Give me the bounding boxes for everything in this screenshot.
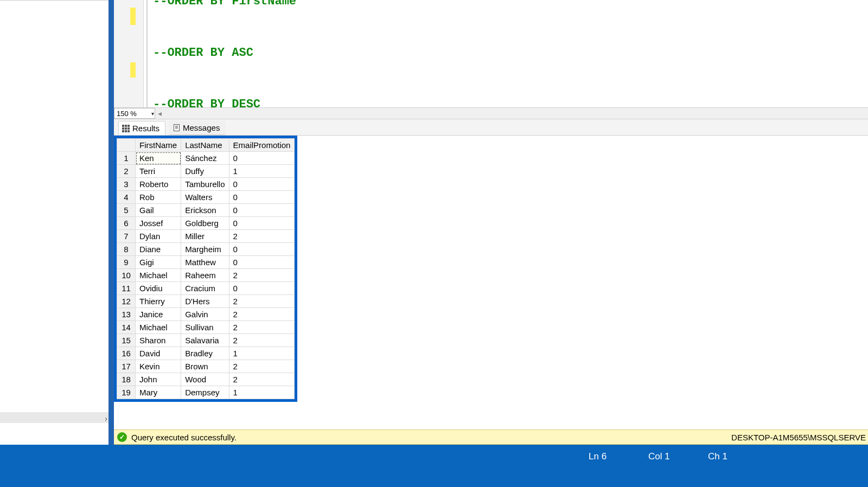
cell-lastname[interactable]: Erickson [181, 204, 229, 217]
cell-firstname[interactable]: Gail [136, 204, 181, 217]
table-row[interactable]: 18JohnWood2 [117, 373, 295, 386]
cell-firstname[interactable]: Diane [136, 243, 181, 256]
table-row[interactable]: 16DavidBradley1 [117, 347, 295, 360]
table-row[interactable]: 15SharonSalavaria2 [117, 334, 295, 347]
row-number[interactable]: 12 [117, 295, 136, 308]
cell-firstname[interactable]: Kevin [136, 360, 181, 373]
table-row[interactable]: 1KenSánchez0 [117, 152, 295, 165]
row-number[interactable]: 3 [117, 178, 136, 191]
row-number[interactable]: 1 [117, 152, 136, 165]
tab-results[interactable]: Results [118, 121, 165, 135]
cell-firstname[interactable]: Terri [136, 165, 181, 178]
cell-firstname[interactable]: Janice [136, 308, 181, 321]
cell-emailpromotion[interactable]: 2 [229, 373, 295, 386]
row-number[interactable]: 16 [117, 347, 136, 360]
table-row[interactable]: 13JaniceGalvin2 [117, 308, 295, 321]
table-row[interactable]: 7DylanMiller2 [117, 230, 295, 243]
cell-emailpromotion[interactable]: 0 [229, 282, 295, 295]
expand-panel-icon[interactable]: › [105, 414, 107, 423]
panel-scrollbar[interactable] [0, 412, 108, 423]
cell-emailpromotion[interactable]: 0 [229, 191, 295, 204]
cell-lastname[interactable]: Sullivan [181, 321, 229, 334]
table-row[interactable]: 17KevinBrown2 [117, 360, 295, 373]
row-number[interactable]: 11 [117, 282, 136, 295]
cell-emailpromotion[interactable]: 0 [229, 217, 295, 230]
cell-firstname[interactable]: Rob [136, 191, 181, 204]
cell-firstname[interactable]: Thierry [136, 295, 181, 308]
cell-emailpromotion[interactable]: 1 [229, 347, 295, 360]
cell-firstname[interactable]: Gigi [136, 256, 181, 269]
cell-emailpromotion[interactable]: 0 [229, 178, 295, 191]
cell-emailpromotion[interactable]: 2 [229, 321, 295, 334]
cell-lastname[interactable]: Tamburello [181, 178, 229, 191]
cell-emailpromotion[interactable]: 2 [229, 269, 295, 282]
cell-firstname[interactable]: Dylan [136, 230, 181, 243]
cell-firstname[interactable]: Ken [136, 152, 181, 165]
row-number[interactable]: 8 [117, 243, 136, 256]
cell-firstname[interactable]: Michael [136, 269, 181, 282]
cell-firstname[interactable]: Sharon [136, 334, 181, 347]
cell-lastname[interactable]: Galvin [181, 308, 229, 321]
cell-emailpromotion[interactable]: 2 [229, 308, 295, 321]
cell-firstname[interactable]: Ovidiu [136, 282, 181, 295]
row-number[interactable]: 17 [117, 360, 136, 373]
tab-messages[interactable]: Messages [169, 120, 226, 135]
row-number[interactable]: 2 [117, 165, 136, 178]
cell-emailpromotion[interactable]: 2 [229, 360, 295, 373]
table-row[interactable]: 14MichaelSullivan2 [117, 321, 295, 334]
cell-emailpromotion[interactable]: 2 [229, 295, 295, 308]
table-row[interactable]: 9GigiMatthew0 [117, 256, 295, 269]
cell-lastname[interactable]: Salavaria [181, 334, 229, 347]
cell-firstname[interactable]: Mary [136, 386, 181, 399]
table-row[interactable]: 19MaryDempsey1 [117, 386, 295, 399]
table-row[interactable]: 8DianeMargheim0 [117, 243, 295, 256]
cell-lastname[interactable]: Sánchez [181, 152, 229, 165]
table-row[interactable]: 6JossefGoldberg0 [117, 217, 295, 230]
results-grid[interactable]: FirstName LastName EmailPromotion 1KenSá… [117, 138, 295, 399]
cell-emailpromotion[interactable]: 1 [229, 386, 295, 399]
row-number[interactable]: 10 [117, 269, 136, 282]
cell-firstname[interactable]: David [136, 347, 181, 360]
cell-lastname[interactable]: D'Hers [181, 295, 229, 308]
cell-lastname[interactable]: Cracium [181, 282, 229, 295]
cell-lastname[interactable]: Walters [181, 191, 229, 204]
cell-emailpromotion[interactable]: 1 [229, 165, 295, 178]
row-number[interactable]: 15 [117, 334, 136, 347]
row-header-corner[interactable] [117, 139, 136, 152]
sql-editor[interactable]: --ORDER BY FirstName --ORDER BY ASC --OR… [114, 0, 868, 107]
row-number[interactable]: 13 [117, 308, 136, 321]
cell-emailpromotion[interactable]: 0 [229, 204, 295, 217]
row-number[interactable]: 14 [117, 321, 136, 334]
code-line[interactable]: --ORDER BY FirstName [153, 0, 296, 8]
row-number[interactable]: 5 [117, 204, 136, 217]
row-number[interactable]: 4 [117, 191, 136, 204]
row-number[interactable]: 7 [117, 230, 136, 243]
table-row[interactable]: 2TerriDuffy1 [117, 165, 295, 178]
cell-lastname[interactable]: Wood [181, 373, 229, 386]
cell-emailpromotion[interactable]: 2 [229, 334, 295, 347]
cell-firstname[interactable]: Jossef [136, 217, 181, 230]
cell-emailpromotion[interactable]: 0 [229, 256, 295, 269]
cell-firstname[interactable]: John [136, 373, 181, 386]
cell-lastname[interactable]: Matthew [181, 256, 229, 269]
row-number[interactable]: 9 [117, 256, 136, 269]
row-number[interactable]: 19 [117, 386, 136, 399]
cell-firstname[interactable]: Michael [136, 321, 181, 334]
table-row[interactable]: 12ThierryD'Hers2 [117, 295, 295, 308]
code-line[interactable]: --ORDER BY ASC [153, 46, 253, 60]
column-header-firstname[interactable]: FirstName [136, 139, 181, 152]
column-header-emailpromotion[interactable]: EmailPromotion [229, 139, 295, 152]
scroll-left-icon[interactable]: ◂ [155, 109, 164, 118]
table-row[interactable]: 3RobertoTamburello0 [117, 178, 295, 191]
cell-lastname[interactable]: Raheem [181, 269, 229, 282]
row-number[interactable]: 18 [117, 373, 136, 386]
cell-emailpromotion[interactable]: 0 [229, 243, 295, 256]
cell-lastname[interactable]: Miller [181, 230, 229, 243]
cell-lastname[interactable]: Duffy [181, 165, 229, 178]
column-header-lastname[interactable]: LastName [181, 139, 229, 152]
table-row[interactable]: 5GailErickson0 [117, 204, 295, 217]
row-number[interactable]: 6 [117, 217, 136, 230]
cell-lastname[interactable]: Margheim [181, 243, 229, 256]
cell-lastname[interactable]: Goldberg [181, 217, 229, 230]
table-row[interactable]: 11OvidiuCracium0 [117, 282, 295, 295]
